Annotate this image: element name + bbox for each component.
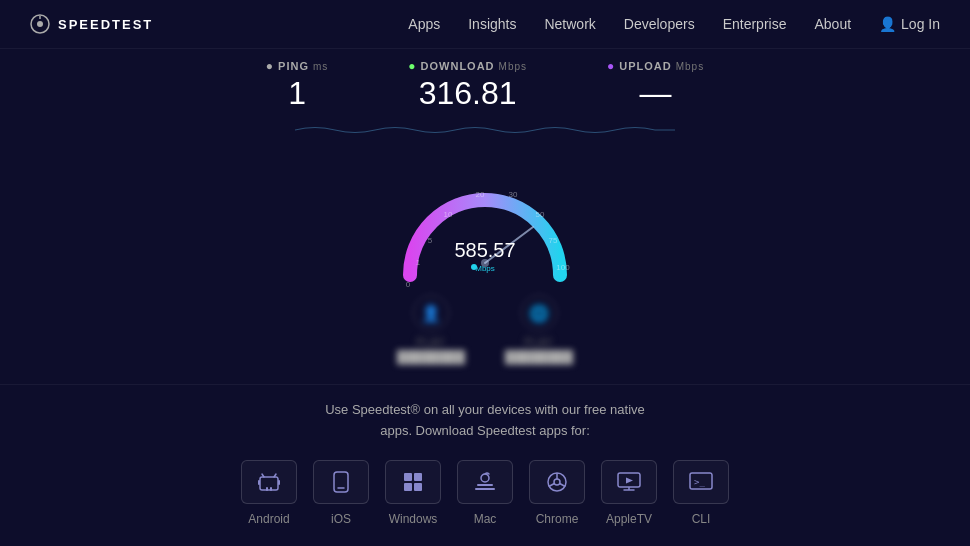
result-user-value: ████████: [397, 350, 465, 364]
mac-label: Mac: [474, 512, 497, 526]
server-result-icon: 🌐: [521, 295, 557, 331]
gauge-container: 0 1 5 10 20 30 50 75 100 585.57 Mbps: [385, 145, 585, 285]
svg-rect-21: [278, 480, 280, 485]
svg-text:585.57: 585.57: [454, 239, 515, 261]
cli-icon: >_: [673, 460, 729, 504]
mac-icon: [457, 460, 513, 504]
android-label: Android: [248, 512, 289, 526]
windows-label: Windows: [389, 512, 438, 526]
download-dot: ●: [408, 59, 416, 73]
svg-rect-31: [477, 484, 493, 486]
apps-description: Use Speedtest® on all your devices with …: [325, 400, 645, 442]
svg-line-37: [560, 483, 566, 486]
result-server-value: ████████: [505, 350, 573, 364]
app-ios[interactable]: iOS: [313, 460, 369, 526]
nav-apps[interactable]: Apps: [408, 16, 440, 32]
svg-rect-28: [404, 483, 412, 491]
svg-text:0: 0: [406, 280, 411, 289]
app-cli[interactable]: >_ CLI: [673, 460, 729, 526]
gauge-svg: 0 1 5 10 20 30 50 75 100 585.57 Mbps: [385, 145, 585, 305]
upload-stat: ● UPLOAD Mbps —: [607, 59, 704, 112]
result-play-label-1: PLAY: [417, 337, 446, 348]
svg-text:30: 30: [509, 190, 518, 199]
svg-rect-26: [404, 473, 412, 481]
android-icon: [241, 460, 297, 504]
svg-rect-29: [414, 483, 422, 491]
svg-text:100: 100: [556, 263, 570, 272]
download-value: 316.81: [419, 75, 517, 112]
upload-dot: ●: [607, 59, 615, 73]
svg-text:20: 20: [476, 190, 485, 199]
result-info: 👤 PLAY ████████ 🌐 PLAY ████████: [397, 295, 573, 364]
svg-marker-41: [626, 477, 633, 483]
app-chrome[interactable]: Chrome: [529, 460, 585, 526]
ping-value: 1: [288, 75, 306, 112]
svg-point-1: [37, 21, 43, 27]
apps-section: Use Speedtest® on all your devices with …: [0, 384, 970, 546]
upload-label: ● UPLOAD Mbps: [607, 59, 704, 73]
svg-rect-24: [334, 472, 348, 492]
header: SPEEDTEST Apps Insights Network Develope…: [0, 0, 970, 49]
svg-rect-27: [414, 473, 422, 481]
svg-text:1: 1: [416, 258, 421, 267]
user-result-icon: 👤: [413, 295, 449, 331]
ping-stat: ● PING ms 1: [266, 59, 329, 112]
progress-line: [295, 120, 675, 140]
nav-network[interactable]: Network: [544, 16, 595, 32]
svg-point-34: [554, 479, 560, 485]
download-stat: ● DOWNLOAD Mbps 316.81: [408, 59, 527, 112]
svg-rect-22: [266, 487, 268, 491]
appletv-icon: [601, 460, 657, 504]
logo: SPEEDTEST: [30, 14, 153, 34]
nav-developers[interactable]: Developers: [624, 16, 695, 32]
logo-text: SPEEDTEST: [58, 17, 153, 32]
main-content: ● PING ms 1 ● DOWNLOAD Mbps 316.81 ● UPL…: [0, 49, 970, 546]
chrome-label: Chrome: [536, 512, 579, 526]
svg-rect-32: [475, 488, 495, 490]
cli-label: CLI: [692, 512, 711, 526]
app-android[interactable]: Android: [241, 460, 297, 526]
user-icon: 👤: [879, 16, 896, 32]
windows-icon: [385, 460, 441, 504]
svg-rect-23: [270, 487, 272, 491]
svg-point-30: [481, 474, 489, 482]
result-play-label-2: PLAY: [525, 337, 554, 348]
download-label: ● DOWNLOAD Mbps: [408, 59, 527, 73]
nav-insights[interactable]: Insights: [468, 16, 516, 32]
ios-icon: [313, 460, 369, 504]
svg-text:Mbps: Mbps: [475, 264, 495, 273]
apps-grid: Android iOS: [241, 460, 729, 526]
nav-about[interactable]: About: [814, 16, 851, 32]
nav-enterprise[interactable]: Enterprise: [723, 16, 787, 32]
svg-line-36: [549, 483, 555, 486]
stats-row: ● PING ms 1 ● DOWNLOAD Mbps 316.81 ● UPL…: [266, 59, 704, 112]
result-user-card: 👤 PLAY ████████: [397, 295, 465, 364]
svg-rect-17: [260, 477, 278, 490]
app-mac[interactable]: Mac: [457, 460, 513, 526]
ping-dot: ●: [266, 59, 274, 73]
svg-text:5: 5: [428, 236, 433, 245]
ios-label: iOS: [331, 512, 351, 526]
svg-text:50: 50: [536, 210, 545, 219]
squiggle-svg: [295, 123, 675, 137]
app-appletv[interactable]: AppleTV: [601, 460, 657, 526]
login-button[interactable]: 👤 Log In: [879, 16, 940, 32]
chrome-icon: [529, 460, 585, 504]
svg-rect-20: [258, 480, 260, 485]
ping-label: ● PING ms: [266, 59, 329, 73]
result-server-card: 🌐 PLAY ████████: [505, 295, 573, 364]
svg-text:75: 75: [549, 236, 558, 245]
svg-text:10: 10: [444, 210, 453, 219]
speedtest-logo-icon: [30, 14, 50, 34]
main-nav: Apps Insights Network Developers Enterpr…: [408, 16, 940, 32]
app-windows[interactable]: Windows: [385, 460, 441, 526]
appletv-label: AppleTV: [606, 512, 652, 526]
svg-text:>_: >_: [694, 477, 705, 487]
upload-value: —: [640, 75, 672, 112]
